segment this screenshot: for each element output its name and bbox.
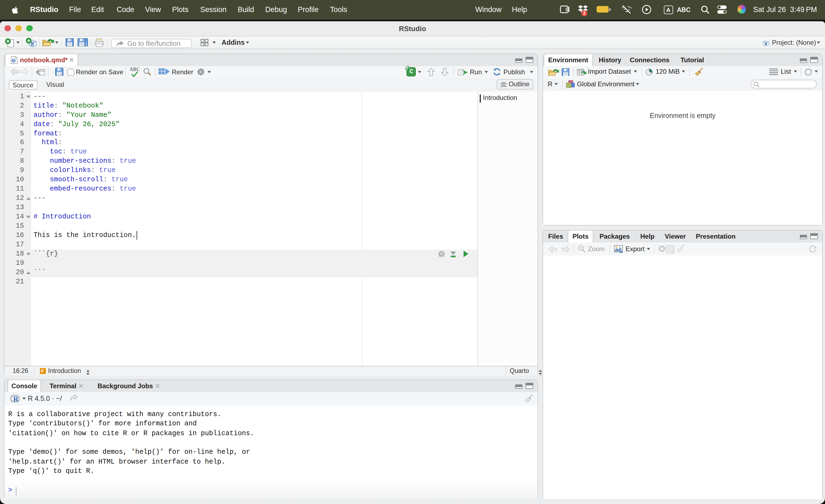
- svg-text:R: R: [13, 395, 18, 402]
